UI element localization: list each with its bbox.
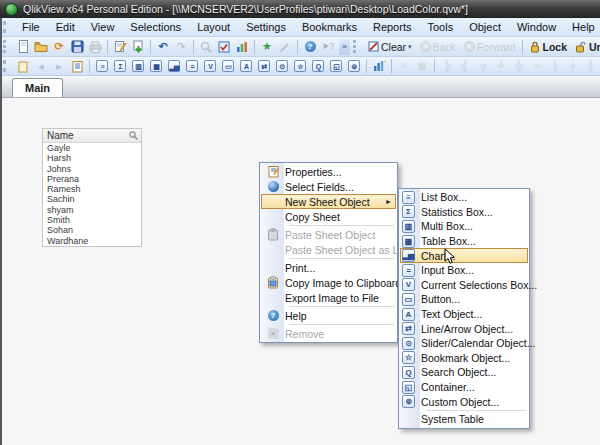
list-item[interactable]: Prerana (43, 174, 141, 184)
create-statistics-box-button[interactable]: Σ (111, 58, 129, 74)
demote-sheet-button[interactable]: ▸ (50, 58, 68, 74)
submenu-item-statistics-box[interactable]: Σ Statistics Box... (400, 205, 528, 220)
submenu-item-multi-box[interactable]: ▥ Multi Box... (400, 219, 528, 234)
add-sheet-button[interactable] (14, 58, 32, 74)
submenu-item-search-object[interactable]: Q Search Object... (400, 365, 528, 380)
create-bookmark-object-button[interactable]: ☆ (291, 58, 309, 74)
print-button[interactable] (86, 39, 104, 55)
submenu-item-container[interactable]: ◱ Container... (400, 380, 528, 395)
create-multi-box-button[interactable]: ▥ (129, 58, 147, 74)
create-button-object-button[interactable]: ▭ (219, 58, 237, 74)
clear-button[interactable]: Clear ▾ (364, 39, 416, 55)
create-custom-object-button[interactable]: ⊚ (345, 58, 363, 74)
menu-help[interactable]: Help (564, 18, 600, 36)
list-item[interactable]: Harsh (43, 153, 141, 163)
context-menu-item-copy-sheet[interactable]: Copy Sheet (261, 209, 396, 224)
context-menu-item-new-sheet-object[interactable]: New Sheet Object ► (261, 194, 396, 209)
list-item[interactable]: shyam (43, 205, 141, 215)
lock-button[interactable]: Lock (526, 39, 571, 55)
current-selections-button[interactable] (215, 39, 233, 55)
create-table-box-button[interactable]: ▦ (147, 58, 165, 74)
align-top-button[interactable]: ╦ (474, 58, 492, 74)
list-item[interactable]: Ramesh (43, 184, 141, 194)
find-button[interactable] (197, 39, 215, 55)
undo-button[interactable]: ↶ (154, 39, 172, 55)
list-item[interactable]: Sachin (43, 194, 141, 204)
create-chart-button[interactable]: ▂▅ (165, 58, 183, 74)
submenu-item-chart[interactable]: ▂▅ Chart... (400, 248, 528, 263)
add-bookmark-button[interactable]: ★ (258, 39, 276, 55)
create-slider-button[interactable]: ⊙ (273, 58, 291, 74)
reload-button[interactable] (129, 39, 147, 55)
design-grid-button[interactable]: ⌗ (395, 58, 413, 74)
refresh-document-button[interactable]: ⟳ (50, 39, 68, 55)
menu-reports[interactable]: Reports (365, 18, 420, 36)
align-bottom-button[interactable]: ╩ (492, 58, 510, 74)
context-menu-item-paste-sheet-object-as-link[interactable]: Paste Sheet Object as Link (261, 242, 396, 257)
space-horizontally-button[interactable]: ║ (546, 58, 564, 74)
search-icon[interactable] (129, 131, 138, 140)
create-search-object-button[interactable]: Q (309, 58, 327, 74)
menu-layout[interactable]: Layout (189, 18, 238, 36)
context-menu-item-help[interactable]: ? Help (261, 308, 396, 323)
context-menu-item-remove[interactable]: × Remove (261, 326, 396, 341)
space-vertically-button[interactable]: ╪ (564, 58, 582, 74)
submenu-item-table-box[interactable]: ▦ Table Box... (400, 234, 528, 249)
center-vertically-button[interactable]: ═ (528, 58, 546, 74)
list-box-header[interactable]: Name (43, 129, 141, 143)
create-current-selections-box-button[interactable]: V (201, 58, 219, 74)
submenu-item-slider-calendar-object[interactable]: ⊙ Slider/Calendar Object... (400, 336, 528, 351)
edit-module-button[interactable] (276, 39, 294, 55)
list-item[interactable]: Smith (43, 215, 141, 225)
submenu-item-line-arrow-object[interactable]: ⇄ Line/Arrow Object... (400, 321, 528, 336)
submenu-item-system-table[interactable]: System Table (400, 412, 528, 427)
new-file-button[interactable] (14, 39, 32, 55)
context-menu-item-export-image[interactable]: Export Image to File (261, 290, 396, 305)
align-right-button[interactable]: ╣ (456, 58, 474, 74)
quick-chart-wizard-button[interactable] (233, 39, 251, 55)
adjust-left-button[interactable]: ╫ (582, 58, 600, 74)
list-item[interactable]: Gayle (43, 143, 141, 153)
menu-file[interactable]: File (14, 18, 48, 36)
submenu-item-button[interactable]: ▭ Button... (400, 292, 528, 307)
help-button[interactable]: ? (301, 39, 319, 55)
list-item[interactable]: Sohan (43, 225, 141, 235)
unlock-button[interactable]: Unlock (571, 39, 600, 55)
create-line-arrow-button[interactable]: ⇄ (255, 58, 273, 74)
submenu-item-input-box[interactable]: = Input Box... (400, 263, 528, 278)
create-list-box-button[interactable]: ≡ (93, 58, 111, 74)
back-button[interactable]: Back (416, 39, 460, 55)
sheet-properties-button[interactable] (68, 58, 86, 74)
menu-view[interactable]: View (83, 18, 123, 36)
context-menu-item-print[interactable]: Print... (261, 260, 396, 275)
menubar-drag-handle[interactable] (3, 21, 11, 34)
toolbar-overflow-button[interactable]: » (339, 39, 350, 55)
menu-object[interactable]: Object (461, 18, 509, 36)
open-file-button[interactable] (32, 39, 50, 55)
submenu-item-bookmark-object[interactable]: ☆ Bookmark Object... (400, 351, 528, 366)
menu-tools[interactable]: Tools (419, 18, 461, 36)
context-menu-item-paste-sheet-object[interactable]: Paste Sheet Object (261, 227, 396, 242)
chart-wizard-button[interactable] (370, 58, 388, 74)
align-left-button[interactable]: ╠ (438, 58, 456, 74)
submenu-item-current-selections-box[interactable]: V Current Selections Box... (400, 278, 528, 293)
menu-edit[interactable]: Edit (48, 18, 83, 36)
redo-button[interactable]: ↷ (172, 39, 190, 55)
edit-script-button[interactable] (111, 39, 129, 55)
submenu-item-custom-object[interactable]: ⊚ Custom Object... (400, 394, 528, 409)
toolbar-drag-handle[interactable] (3, 40, 11, 53)
create-input-box-button[interactable]: = (183, 58, 201, 74)
context-menu-item-properties[interactable]: Properties... (261, 164, 396, 179)
menu-settings[interactable]: Settings (238, 18, 294, 36)
snap-to-grid-button[interactable]: ▦ (413, 58, 431, 74)
tab-main[interactable]: Main (12, 78, 63, 97)
menu-selections[interactable]: Selections (122, 18, 189, 36)
context-menu-item-copy-image[interactable]: Copy Image to Clipboard (261, 275, 396, 290)
whats-this-help-button[interactable]: ➤? (319, 39, 337, 55)
center-horizontally-button[interactable]: ╬ (510, 58, 528, 74)
create-text-object-button[interactable]: A (237, 58, 255, 74)
promote-sheet-button[interactable]: ◂ (32, 58, 50, 74)
create-container-button[interactable]: ◱ (327, 58, 345, 74)
menu-window[interactable]: Window (509, 18, 564, 36)
submenu-item-text-object[interactable]: A Text Object... (400, 307, 528, 322)
